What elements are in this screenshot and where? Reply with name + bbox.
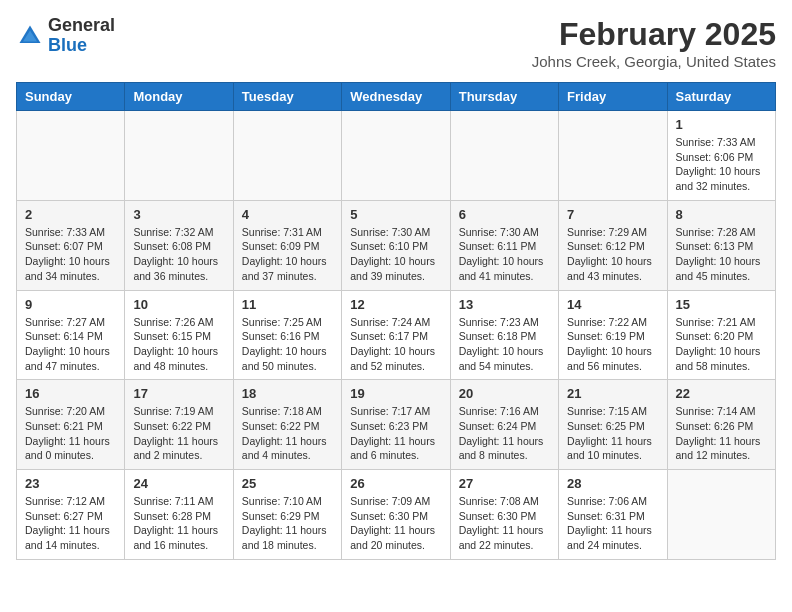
day-of-week-header: Monday [125, 83, 233, 111]
day-info: Sunrise: 7:23 AM Sunset: 6:18 PM Dayligh… [459, 315, 550, 374]
day-number: 15 [676, 297, 767, 312]
calendar-cell: 20Sunrise: 7:16 AM Sunset: 6:24 PM Dayli… [450, 380, 558, 470]
day-info: Sunrise: 7:30 AM Sunset: 6:11 PM Dayligh… [459, 225, 550, 284]
calendar-cell: 12Sunrise: 7:24 AM Sunset: 6:17 PM Dayli… [342, 290, 450, 380]
day-info: Sunrise: 7:30 AM Sunset: 6:10 PM Dayligh… [350, 225, 441, 284]
day-info: Sunrise: 7:15 AM Sunset: 6:25 PM Dayligh… [567, 404, 658, 463]
day-number: 24 [133, 476, 224, 491]
calendar-cell: 1Sunrise: 7:33 AM Sunset: 6:06 PM Daylig… [667, 111, 775, 201]
day-number: 25 [242, 476, 333, 491]
day-of-week-header: Wednesday [342, 83, 450, 111]
calendar-week-row: 16Sunrise: 7:20 AM Sunset: 6:21 PM Dayli… [17, 380, 776, 470]
logo-text: General Blue [48, 16, 115, 56]
calendar-header: SundayMondayTuesdayWednesdayThursdayFrid… [17, 83, 776, 111]
day-info: Sunrise: 7:08 AM Sunset: 6:30 PM Dayligh… [459, 494, 550, 553]
calendar-cell: 24Sunrise: 7:11 AM Sunset: 6:28 PM Dayli… [125, 470, 233, 560]
calendar-cell [233, 111, 341, 201]
day-number: 1 [676, 117, 767, 132]
day-info: Sunrise: 7:06 AM Sunset: 6:31 PM Dayligh… [567, 494, 658, 553]
day-number: 3 [133, 207, 224, 222]
calendar-cell [559, 111, 667, 201]
location-text: Johns Creek, Georgia, United States [532, 53, 776, 70]
day-info: Sunrise: 7:18 AM Sunset: 6:22 PM Dayligh… [242, 404, 333, 463]
logo: General Blue [16, 16, 115, 56]
day-number: 20 [459, 386, 550, 401]
day-info: Sunrise: 7:21 AM Sunset: 6:20 PM Dayligh… [676, 315, 767, 374]
calendar-cell: 25Sunrise: 7:10 AM Sunset: 6:29 PM Dayli… [233, 470, 341, 560]
calendar-cell: 27Sunrise: 7:08 AM Sunset: 6:30 PM Dayli… [450, 470, 558, 560]
calendar-week-row: 2Sunrise: 7:33 AM Sunset: 6:07 PM Daylig… [17, 200, 776, 290]
calendar-cell: 23Sunrise: 7:12 AM Sunset: 6:27 PM Dayli… [17, 470, 125, 560]
day-info: Sunrise: 7:33 AM Sunset: 6:07 PM Dayligh… [25, 225, 116, 284]
day-number: 13 [459, 297, 550, 312]
calendar-week-row: 1Sunrise: 7:33 AM Sunset: 6:06 PM Daylig… [17, 111, 776, 201]
header-row: SundayMondayTuesdayWednesdayThursdayFrid… [17, 83, 776, 111]
calendar-week-row: 23Sunrise: 7:12 AM Sunset: 6:27 PM Dayli… [17, 470, 776, 560]
day-number: 17 [133, 386, 224, 401]
calendar-cell: 19Sunrise: 7:17 AM Sunset: 6:23 PM Dayli… [342, 380, 450, 470]
day-of-week-header: Thursday [450, 83, 558, 111]
day-number: 27 [459, 476, 550, 491]
calendar-cell: 22Sunrise: 7:14 AM Sunset: 6:26 PM Dayli… [667, 380, 775, 470]
day-number: 18 [242, 386, 333, 401]
calendar-cell: 3Sunrise: 7:32 AM Sunset: 6:08 PM Daylig… [125, 200, 233, 290]
day-info: Sunrise: 7:25 AM Sunset: 6:16 PM Dayligh… [242, 315, 333, 374]
day-number: 28 [567, 476, 658, 491]
day-info: Sunrise: 7:27 AM Sunset: 6:14 PM Dayligh… [25, 315, 116, 374]
calendar-week-row: 9Sunrise: 7:27 AM Sunset: 6:14 PM Daylig… [17, 290, 776, 380]
day-number: 23 [25, 476, 116, 491]
day-number: 2 [25, 207, 116, 222]
calendar-cell: 2Sunrise: 7:33 AM Sunset: 6:07 PM Daylig… [17, 200, 125, 290]
day-info: Sunrise: 7:29 AM Sunset: 6:12 PM Dayligh… [567, 225, 658, 284]
day-number: 4 [242, 207, 333, 222]
day-number: 9 [25, 297, 116, 312]
day-info: Sunrise: 7:31 AM Sunset: 6:09 PM Dayligh… [242, 225, 333, 284]
day-number: 5 [350, 207, 441, 222]
day-info: Sunrise: 7:17 AM Sunset: 6:23 PM Dayligh… [350, 404, 441, 463]
calendar-cell: 6Sunrise: 7:30 AM Sunset: 6:11 PM Daylig… [450, 200, 558, 290]
calendar-cell: 18Sunrise: 7:18 AM Sunset: 6:22 PM Dayli… [233, 380, 341, 470]
calendar-cell [125, 111, 233, 201]
day-of-week-header: Tuesday [233, 83, 341, 111]
day-info: Sunrise: 7:24 AM Sunset: 6:17 PM Dayligh… [350, 315, 441, 374]
calendar-cell [450, 111, 558, 201]
logo-icon [16, 22, 44, 50]
calendar-cell: 9Sunrise: 7:27 AM Sunset: 6:14 PM Daylig… [17, 290, 125, 380]
day-number: 22 [676, 386, 767, 401]
calendar-cell [667, 470, 775, 560]
day-number: 12 [350, 297, 441, 312]
calendar-cell: 8Sunrise: 7:28 AM Sunset: 6:13 PM Daylig… [667, 200, 775, 290]
page-header: General Blue February 2025 Johns Creek, … [16, 16, 776, 70]
calendar-cell: 13Sunrise: 7:23 AM Sunset: 6:18 PM Dayli… [450, 290, 558, 380]
calendar-cell: 17Sunrise: 7:19 AM Sunset: 6:22 PM Dayli… [125, 380, 233, 470]
day-info: Sunrise: 7:10 AM Sunset: 6:29 PM Dayligh… [242, 494, 333, 553]
month-title: February 2025 [532, 16, 776, 53]
calendar-cell: 7Sunrise: 7:29 AM Sunset: 6:12 PM Daylig… [559, 200, 667, 290]
day-of-week-header: Friday [559, 83, 667, 111]
day-info: Sunrise: 7:14 AM Sunset: 6:26 PM Dayligh… [676, 404, 767, 463]
day-info: Sunrise: 7:11 AM Sunset: 6:28 PM Dayligh… [133, 494, 224, 553]
day-info: Sunrise: 7:32 AM Sunset: 6:08 PM Dayligh… [133, 225, 224, 284]
calendar-table: SundayMondayTuesdayWednesdayThursdayFrid… [16, 82, 776, 560]
day-info: Sunrise: 7:33 AM Sunset: 6:06 PM Dayligh… [676, 135, 767, 194]
calendar-cell [342, 111, 450, 201]
day-info: Sunrise: 7:16 AM Sunset: 6:24 PM Dayligh… [459, 404, 550, 463]
day-of-week-header: Saturday [667, 83, 775, 111]
calendar-cell: 4Sunrise: 7:31 AM Sunset: 6:09 PM Daylig… [233, 200, 341, 290]
day-info: Sunrise: 7:20 AM Sunset: 6:21 PM Dayligh… [25, 404, 116, 463]
day-info: Sunrise: 7:22 AM Sunset: 6:19 PM Dayligh… [567, 315, 658, 374]
day-number: 19 [350, 386, 441, 401]
calendar-cell: 11Sunrise: 7:25 AM Sunset: 6:16 PM Dayli… [233, 290, 341, 380]
day-number: 26 [350, 476, 441, 491]
calendar-cell [17, 111, 125, 201]
calendar-cell: 28Sunrise: 7:06 AM Sunset: 6:31 PM Dayli… [559, 470, 667, 560]
day-number: 6 [459, 207, 550, 222]
day-number: 8 [676, 207, 767, 222]
day-number: 7 [567, 207, 658, 222]
day-of-week-header: Sunday [17, 83, 125, 111]
calendar-cell: 26Sunrise: 7:09 AM Sunset: 6:30 PM Dayli… [342, 470, 450, 560]
day-info: Sunrise: 7:12 AM Sunset: 6:27 PM Dayligh… [25, 494, 116, 553]
calendar-cell: 10Sunrise: 7:26 AM Sunset: 6:15 PM Dayli… [125, 290, 233, 380]
day-info: Sunrise: 7:19 AM Sunset: 6:22 PM Dayligh… [133, 404, 224, 463]
day-number: 21 [567, 386, 658, 401]
